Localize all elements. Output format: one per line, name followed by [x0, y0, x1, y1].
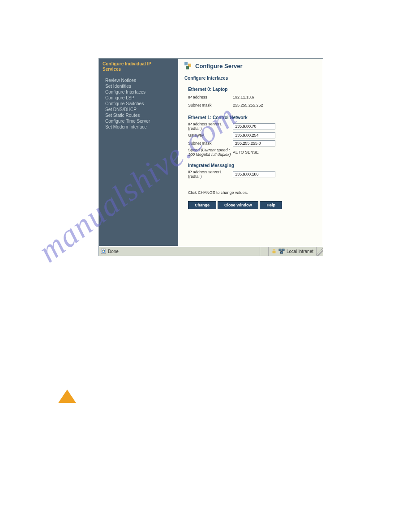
status-left: Done	[99, 247, 260, 256]
sidebar-link-set-modem-interface[interactable]: Set Modem Interface	[103, 124, 174, 130]
im-ip-label: IP address server1 (redtail)	[188, 170, 233, 179]
status-spacer	[260, 247, 269, 256]
eth1-mask-label: Subnet mask	[188, 141, 233, 146]
sidebar-title: Configure Individual IP Services	[103, 61, 174, 72]
help-button[interactable]: Help	[260, 201, 282, 209]
svg-rect-8	[280, 252, 283, 253]
eth0-heading: Ethernet 0: Laptop	[184, 87, 317, 92]
sidebar-link-configure-time-server[interactable]: Configure Time Server	[103, 118, 174, 124]
im-ip-input[interactable]	[233, 171, 275, 177]
sidebar-link-configure-switches[interactable]: Configure Switches	[103, 101, 174, 107]
app-window-frame: Configure Individual IP Services Review …	[98, 58, 323, 256]
content-panel: Configure Server Configure Interfaces Et…	[178, 59, 323, 246]
eth1-ip-label: IP address server1 (redtail)	[188, 122, 233, 131]
eth0-ip-label: IP address	[188, 95, 233, 99]
eth0-mask-value: 255.255.255.252	[233, 103, 263, 107]
sidebar-link-set-dns-dhcp[interactable]: Set DNS/DHCP	[103, 107, 174, 112]
resize-grip[interactable]	[317, 247, 323, 256]
ie-page-icon	[101, 249, 106, 254]
app-logo-icon	[184, 62, 192, 69]
lock-icon	[271, 249, 277, 254]
change-button[interactable]: Change	[188, 201, 216, 209]
eth1-gateway-input[interactable]	[233, 132, 275, 138]
eth1-heading: Ethernet 1: Control Network	[184, 115, 317, 120]
sidebar-link-review-notices[interactable]: Review Notices	[103, 77, 174, 83]
eth1-speed-row: Speed (Current speed : 100 Megabit full …	[184, 148, 317, 157]
eth1-mask-row: Subnet mask	[184, 140, 317, 147]
sidebar: Configure Individual IP Services Review …	[99, 59, 178, 246]
eth1-gateway-label: Gateway	[188, 133, 233, 137]
eth0-ip-value: 192.11.13.6	[233, 95, 254, 99]
section-title: Configure Interfaces	[184, 76, 317, 81]
instruction-text: Click CHANGE to change values.	[184, 190, 317, 195]
svg-rect-2	[186, 66, 189, 69]
svg-rect-5	[272, 251, 275, 253]
svg-rect-7	[282, 249, 284, 251]
page-title: Configure Server	[195, 63, 242, 69]
sidebar-link-set-identities[interactable]: Set Identities	[103, 83, 174, 89]
eth1-ip-row: IP address server1 (redtail)	[184, 122, 317, 131]
status-done-text: Done	[108, 249, 119, 254]
eth1-speed-label: Speed (Current speed : 100 Megabit full …	[188, 148, 233, 157]
eth1-mask-input[interactable]	[233, 140, 275, 146]
eth1-speed-value: AUTO SENSE	[233, 150, 259, 154]
svg-rect-0	[184, 62, 188, 65]
close-window-button[interactable]: Close Window	[218, 201, 258, 209]
sidebar-link-set-static-routes[interactable]: Set Static Routes	[103, 112, 174, 118]
sidebar-link-configure-lsp[interactable]: Configure LSP	[103, 95, 174, 101]
button-row: Change Close Window Help	[184, 201, 317, 209]
caution-icon	[58, 390, 76, 403]
title-row: Configure Server	[184, 62, 317, 69]
sidebar-link-configure-interfaces[interactable]: Configure Interfaces	[103, 89, 174, 95]
status-zone-text: Local intranet	[287, 249, 313, 254]
local-intranet-icon	[278, 248, 285, 254]
status-right: Local intranet	[269, 247, 317, 256]
im-heading: Integrated Messaging	[184, 163, 317, 168]
eth1-ip-input[interactable]	[233, 123, 275, 129]
eth0-mask-row: Subnet mask 255.255.255.252	[184, 102, 317, 109]
svg-rect-1	[188, 64, 191, 67]
status-bar: Done Local intranet	[99, 246, 323, 256]
svg-rect-6	[279, 249, 281, 251]
app-window: Configure Individual IP Services Review …	[99, 59, 323, 246]
eth1-gateway-row: Gateway	[184, 132, 317, 139]
eth0-mask-label: Subnet mask	[188, 103, 233, 107]
eth0-ip-row: IP address 192.11.13.6	[184, 94, 317, 101]
im-ip-row: IP address server1 (redtail)	[184, 170, 317, 179]
